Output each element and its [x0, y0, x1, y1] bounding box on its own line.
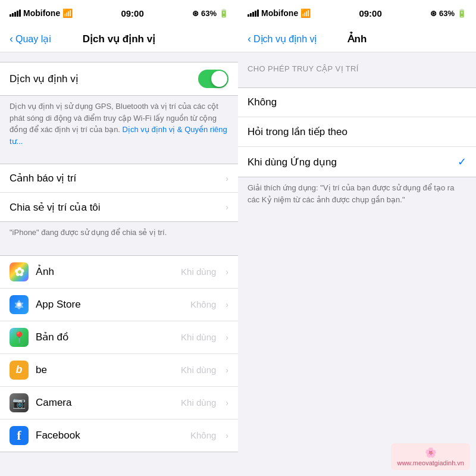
app-icon-maps: 📍: [10, 328, 29, 347]
right-panel: Mobifone 📶 09:00 ⊛ 63% 🔋 ‹ Dịch vụ định …: [238, 0, 476, 476]
left-time: 09:00: [121, 8, 143, 18]
left-back-label: Quay lại: [15, 33, 51, 45]
right-carrier-info: Mobifone 📶: [248, 8, 311, 18]
caution-chevron-icon: ›: [226, 174, 228, 183]
app-row-chevron-icon: ›: [226, 431, 228, 440]
permission-option-row[interactable]: Hỏi trong lần tiếp theo: [238, 117, 476, 147]
share-chevron-icon: ›: [226, 202, 228, 212]
left-battery-info: ⊛ 63% 🔋: [192, 9, 228, 18]
right-battery-percent: 63%: [439, 9, 455, 18]
right-wifi-icon: 📶: [300, 8, 311, 18]
app-name-label: Camera: [36, 397, 174, 409]
left-back-chevron-icon: ‹: [10, 33, 13, 45]
app-icon-facebook: f: [10, 426, 29, 445]
caution-share-card: Cảnh báo vị trí › Chia sẻ vị trí của tôi…: [0, 164, 238, 222]
share-row[interactable]: Chia sẻ vị trí của tôi ›: [0, 193, 238, 221]
right-battery-symbol: 🔋: [457, 9, 466, 18]
location-service-card: Dịch vụ định vị: [0, 62, 238, 96]
app-row-chevron-icon: ›: [226, 333, 228, 342]
right-back-button[interactable]: ‹ Dịch vụ định vị: [248, 33, 317, 45]
left-panel: Mobifone 📶 09:00 ⊛ 63% 🔋 ‹ Quay lại Dịch…: [0, 0, 238, 476]
right-time: 09:00: [359, 8, 381, 18]
list-item[interactable]: 📷CameraKhi dùng›: [0, 387, 238, 419]
left-content: Dịch vụ định vị Dịch vụ định vị sử dụng …: [0, 52, 238, 476]
app-permission-label: Không: [190, 299, 216, 309]
location-description: Dịch vụ định vị sử dụng GPS, Bluetooth v…: [0, 96, 238, 154]
right-back-label: Dịch vụ định vị: [253, 33, 317, 45]
location-service-row[interactable]: Dịch vụ định vị: [0, 62, 238, 95]
signal-icon: [10, 10, 21, 17]
option-checkmark-icon: ✓: [458, 155, 466, 168]
left-nav-title: Dịch vụ định vị: [83, 33, 155, 45]
permission-option-row[interactable]: Khi dùng Ứng dụng✓: [238, 147, 476, 177]
app-icon-photos: ✿: [10, 262, 29, 281]
right-carrier: Mobifone: [261, 8, 298, 18]
app-permission-description: Giải thích ứng dụng: "Vị trí của bạn đượ…: [238, 177, 476, 217]
location-service-label: Dịch vụ định vị: [10, 73, 79, 85]
watermark-logo-icon: 🌸: [397, 447, 464, 458]
caution-label: Cảnh báo vị trí: [10, 172, 76, 184]
app-permission-label: Không: [190, 430, 216, 440]
permission-section-header: CHO PHÉP TRUY CẬP VỊ TRÍ: [238, 52, 476, 78]
app-icon-appstore: [10, 295, 29, 314]
left-back-button[interactable]: ‹ Quay lại: [10, 33, 51, 45]
left-status-bar: Mobifone 📶 09:00 ⊛ 63% 🔋: [0, 0, 238, 26]
list-item[interactable]: App StoreKhông›: [0, 289, 238, 321]
watermark: 🌸 www.meovatgiadinh.vn: [391, 443, 470, 470]
caution-row[interactable]: Cảnh báo vị trí ›: [0, 164, 238, 193]
app-permission-label: Khi dùng: [181, 365, 216, 375]
right-status-bar: Mobifone 📶 09:00 ⊛ 63% 🔋: [238, 0, 476, 26]
share-description: "iPhone" đang được sử dụng để chia sẻ vị…: [0, 222, 238, 246]
permission-option-row[interactable]: Không: [238, 88, 476, 117]
app-row-chevron-icon: ›: [226, 267, 228, 277]
right-panel-wrapper: Mobifone 📶 09:00 ⊛ 63% 🔋 ‹ Dịch vụ định …: [238, 0, 476, 476]
left-nav-bar: ‹ Quay lại Dịch vụ định vị: [0, 26, 238, 52]
option-label-text: Khi dùng Ứng dụng: [248, 156, 337, 168]
app-row-chevron-icon: ›: [226, 300, 228, 309]
location-service-toggle[interactable]: [198, 70, 228, 88]
app-name-label: App Store: [36, 299, 183, 311]
svg-point-0: [17, 302, 21, 306]
toggle-knob: [211, 71, 227, 87]
share-label: Chia sẻ vị trí của tôi: [10, 201, 101, 214]
app-name-label: be: [36, 364, 174, 376]
list-item[interactable]: ✿ẢnhKhi dùng›: [0, 256, 238, 289]
app-permission-label: Khi dùng: [181, 267, 216, 277]
option-label-text: Không: [248, 96, 277, 108]
app-icon-be: b: [10, 361, 29, 380]
share-description-text: "iPhone" đang được sử dụng để chia sẻ vị…: [10, 228, 167, 237]
app-icon-camera: 📷: [10, 393, 29, 412]
left-carrier-info: Mobifone 📶: [10, 8, 73, 18]
list-item[interactable]: 📍Bản đồKhi dùng›: [0, 321, 238, 354]
right-signal-icon: [248, 10, 259, 17]
app-permission-label: Khi dùng: [181, 397, 216, 408]
left-battery-icon: ⊛: [192, 9, 199, 18]
app-row-chevron-icon: ›: [226, 365, 228, 375]
app-list-card: ✿ẢnhKhi dùng›App StoreKhông›📍Bản đồKhi d…: [0, 255, 238, 452]
app-name-label: Facebook: [36, 430, 183, 441]
app-name-label: Bản đồ: [36, 331, 174, 343]
wifi-icon: 📶: [62, 8, 73, 18]
app-permission-label: Khi dùng: [181, 332, 216, 342]
left-carrier: Mobifone: [23, 8, 60, 18]
app-name-label: Ảnh: [36, 265, 174, 278]
left-battery-percent: 63%: [201, 9, 217, 18]
watermark-url: www.meovatgiadinh.vn: [397, 459, 464, 466]
list-item[interactable]: bbeKhi dùng›: [0, 354, 238, 387]
right-nav-title: Ảnh: [347, 33, 367, 45]
right-battery-icon: ⊛: [430, 9, 437, 18]
right-battery-info: ⊛ 63% 🔋: [430, 9, 466, 18]
list-item[interactable]: fFacebookKhông›: [0, 419, 238, 452]
right-nav-bar: ‹ Dịch vụ định vị Ảnh: [238, 26, 476, 52]
right-back-chevron-icon: ‹: [248, 33, 251, 45]
right-content: CHO PHÉP TRUY CẬP VỊ TRÍ KhôngHỏi trong …: [238, 52, 476, 476]
option-label-text: Hỏi trong lần tiếp theo: [248, 126, 347, 138]
left-battery-symbol: 🔋: [219, 9, 228, 18]
app-row-chevron-icon: ›: [226, 398, 228, 408]
permission-options-card: KhôngHỏi trong lần tiếp theoKhi dùng Ứng…: [238, 87, 476, 177]
